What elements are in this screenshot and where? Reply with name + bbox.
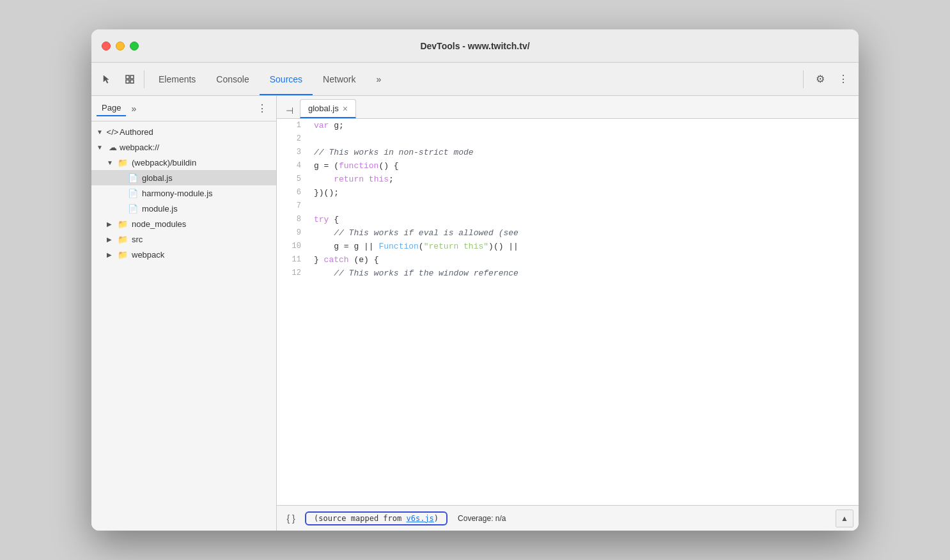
authored-icon: </> [107, 126, 118, 137]
source-map-badge: (source mapped from v6s.js) [305, 511, 448, 525]
window-title: DevTools - www.twitch.tv/ [420, 41, 529, 51]
line-num-3: 3 [277, 146, 309, 159]
tree-label-harmony-module: harmony-module.js [142, 189, 213, 198]
code-line-4: 4 g = (function() { [277, 159, 859, 173]
source-map-link[interactable]: v6s.js [407, 514, 434, 523]
tree-item-webpack-folder[interactable]: ▶ 📁 webpack [91, 247, 276, 262]
code-line-1: 1 var g; [277, 119, 859, 132]
line-content-3: // This works in non-strict mode [309, 146, 479, 159]
tab-close-icon[interactable]: × [343, 104, 348, 113]
tree-label-webpack-folder: webpack [132, 250, 164, 260]
tree-arrow-webpack: ▼ [97, 144, 107, 151]
close-button[interactable] [102, 42, 111, 51]
tree-label-module-js: module.js [142, 204, 178, 214]
tab-console[interactable]: Console [206, 63, 259, 95]
tree-label-global-js: global.js [142, 173, 173, 183]
more-options-icon[interactable]: ⋮ [833, 69, 853, 89]
tree-item-global-js[interactable]: 📄 global.js [91, 170, 276, 185]
svg-rect-2 [126, 80, 129, 83]
line-num-10: 10 [277, 240, 309, 253]
settings-icon[interactable]: ⚙ [810, 69, 830, 89]
line-content-7 [309, 199, 319, 213]
maximize-button[interactable] [130, 42, 139, 51]
collapse-icon[interactable]: ⊣ [282, 103, 297, 118]
tree-arrow-src: ▶ [107, 236, 117, 243]
code-line-6: 6 })(); [277, 186, 859, 199]
code-line-3: 3 // This works in non-strict mode [277, 146, 859, 159]
code-line-12: 12 // This works if the window reference [277, 267, 859, 280]
line-content-12: // This works if the window reference [309, 267, 524, 280]
bottom-bar-right: ▲ [836, 509, 853, 527]
code-line-9: 9 // This works if eval is allowed (see [277, 226, 859, 240]
sidebar-menu-icon[interactable]: ⋮ [253, 100, 271, 118]
format-icon-button[interactable]: { } [282, 509, 300, 527]
tab-network[interactable]: Network [313, 63, 366, 95]
line-content-10: g = g || Function("return this")() || [309, 240, 524, 253]
tree-item-node-modules[interactable]: ▶ 📁 node_modules [91, 216, 276, 231]
code-line-10: 10 g = g || Function("return this")() || [277, 240, 859, 253]
toolbar-divider [144, 70, 144, 88]
source-map-text: (source mapped from [314, 514, 407, 523]
code-tab-label: global.js [308, 104, 339, 113]
minimize-button[interactable] [116, 42, 125, 51]
folder-icon-buildin: 📁 [117, 157, 128, 168]
tab-more[interactable]: » [366, 63, 391, 95]
line-content-5: return this; [309, 173, 399, 186]
file-icon-global: 📄 [127, 172, 139, 183]
tree-item-module-js[interactable]: 📄 module.js [91, 201, 276, 216]
code-tab-global-js[interactable]: global.js × [300, 99, 356, 118]
tree-label-buildin: (webpack)/buildin [132, 158, 196, 167]
svg-rect-0 [126, 75, 129, 79]
bottom-bar: { } (source mapped from v6s.js) Coverage… [277, 505, 859, 531]
code-panel: ⊣ global.js × 1 var g; 2 [277, 96, 859, 531]
svg-rect-3 [130, 80, 134, 83]
tab-sources[interactable]: Sources [260, 63, 313, 95]
titlebar: DevTools - www.twitch.tv/ [91, 29, 859, 63]
devtools-window: DevTools - www.twitch.tv/ Elements [91, 29, 859, 531]
line-content-4: g = (function() { [309, 159, 404, 173]
code-line-2: 2 [277, 132, 859, 146]
line-content-1: var g; [309, 119, 349, 132]
source-map-close: ) [434, 514, 439, 523]
code-area[interactable]: 1 var g; 2 3 // This works in non-strict… [277, 119, 859, 505]
folder-icon-webpack: 📁 [117, 249, 128, 260]
line-num-6: 6 [277, 186, 309, 199]
line-content-9: // This works if eval is allowed (see [309, 226, 524, 240]
toolbar-tabs: Elements Console Sources Network » [148, 63, 799, 95]
tree-item-harmony-module[interactable]: 📄 harmony-module.js [91, 185, 276, 201]
line-num-8: 8 [277, 213, 309, 226]
tree-item-src[interactable]: ▶ 📁 src [91, 231, 276, 247]
traffic-lights [102, 42, 139, 51]
inspect-icon[interactable] [120, 69, 140, 89]
toolbar-left [97, 69, 140, 89]
tree-item-webpack[interactable]: ▼ ☁ webpack:// [91, 139, 276, 155]
tree-label-authored: Authored [120, 127, 153, 137]
tree-arrow-buildin: ▼ [107, 159, 117, 166]
code-tabs: ⊣ global.js × [277, 96, 859, 119]
sidebar-toolbar: Page » ⋮ [91, 96, 276, 121]
tree-label-webpack: webpack:// [120, 143, 159, 152]
tab-elements[interactable]: Elements [148, 63, 206, 95]
line-num-5: 5 [277, 173, 309, 186]
line-num-11: 11 [277, 253, 309, 267]
line-num-9: 9 [277, 226, 309, 240]
line-content-2 [309, 132, 319, 146]
tree-arrow-node-modules: ▶ [107, 221, 117, 228]
coverage-label: Coverage: n/a [458, 514, 506, 523]
line-num-2: 2 [277, 132, 309, 146]
sidebar-actions: ⋮ [253, 100, 271, 118]
line-num-7: 7 [277, 199, 309, 213]
scroll-up-icon[interactable]: ▲ [836, 509, 853, 527]
sidebar-tab-page[interactable]: Page [97, 100, 126, 116]
line-content-6: })(); [309, 186, 344, 199]
tree-item-authored[interactable]: ▼ </> Authored [91, 124, 276, 139]
tree-arrow-authored: ▼ [97, 128, 107, 136]
tree-item-buildin[interactable]: ▼ 📁 (webpack)/buildin [91, 155, 276, 170]
main-content: Page » ⋮ ▼ </> Authored ▼ ☁ webpack:// [91, 96, 859, 531]
code-line-8: 8 try { [277, 213, 859, 226]
sidebar-more-tabs[interactable]: » [128, 101, 139, 116]
line-num-1: 1 [277, 119, 309, 132]
toolbar-divider-right [803, 70, 804, 88]
cursor-icon[interactable] [97, 69, 117, 89]
cloud-icon: ☁ [107, 141, 118, 153]
